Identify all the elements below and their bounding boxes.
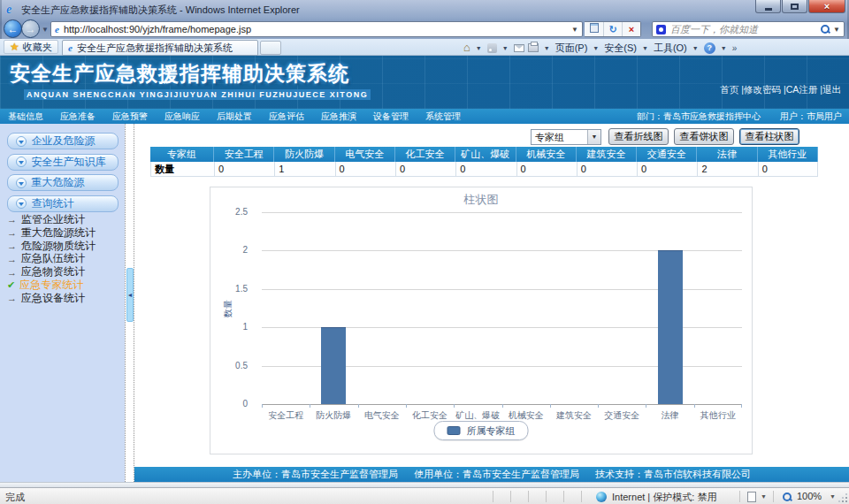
resize-grip-icon[interactable] <box>838 493 847 502</box>
print-dropdown-icon[interactable]: ▼ <box>544 45 550 51</box>
table-cell: 0 <box>516 162 577 177</box>
home-link[interactable]: 首页 <box>720 84 738 96</box>
search-magnifier-icon[interactable] <box>820 24 830 34</box>
footer-host-unit: 主办单位：青岛市安全生产监督管理局 <box>233 468 398 481</box>
expert-group-select[interactable]: 专家组 ▼ <box>531 129 601 145</box>
tab-row: ★ 收藏夹 e 安全生产应急救援指挥辅助决策系统 ⌂▼ ▼ ▼ 页面(P)▼ 安… <box>0 39 849 56</box>
minimize-button[interactable] <box>755 0 781 13</box>
chevron-down-circle-icon <box>16 157 27 167</box>
view-line-chart-button[interactable]: 查看折线图 <box>608 128 669 145</box>
chart-x-tick-mark <box>310 404 310 408</box>
zoom-level[interactable]: 100% <box>797 491 822 501</box>
help-icon[interactable]: ? <box>704 42 715 54</box>
search-box[interactable]: 百度一下，你就知道 ▼ <box>652 21 845 37</box>
sidebar-item-emergency-expert-stats[interactable]: ✔ 应急专家统计 <box>7 279 125 292</box>
page-menu-dropdown-icon[interactable]: ▼ <box>593 45 599 51</box>
chart-legend: 所属专家组 <box>434 421 529 440</box>
nav-item-emergency-prepare[interactable]: 应急准备 <box>60 111 96 123</box>
ca-register-link[interactable]: |CA注册 <box>784 84 817 96</box>
sidebar-group-label: 安全生产知识库 <box>32 155 106 170</box>
chart-y-tick-label: 1.5 <box>235 284 248 294</box>
page-menu[interactable]: 页面(P) <box>555 42 588 55</box>
maximize-icon <box>791 4 799 10</box>
zoom-dropdown-icon[interactable]: ▼ <box>761 493 767 500</box>
back-button[interactable]: ← <box>4 19 22 38</box>
table-header-cell: 电气安全 <box>335 147 395 162</box>
command-overflow-icon[interactable]: » <box>732 43 738 53</box>
chart-x-tick-mark <box>646 404 646 408</box>
chart-x-tick-mark <box>502 404 503 408</box>
sidebar-item-enterprise-stats[interactable]: → 监管企业统计 <box>7 213 125 226</box>
magnifier-icon[interactable] <box>782 492 792 502</box>
sidebar-item-major-hazard-stats[interactable]: → 重大危险源统计 <box>7 226 125 240</box>
nav-item-basic-info[interactable]: 基础信息 <box>8 111 43 123</box>
sidebar-group-query-statistics[interactable]: 查询统计 <box>7 195 119 212</box>
new-tab-button[interactable] <box>260 41 281 55</box>
sidebar-item-emergency-equipment-stats[interactable]: → 应急设备统计 <box>7 292 125 305</box>
sidebar-item-emergency-supplies-stats[interactable]: → 应急物资统计 <box>7 265 125 279</box>
nav-item-emergency-evaluation[interactable]: 应急评估 <box>269 111 304 123</box>
footer-user-unit: 使用单位：青岛市安全生产监督管理局 <box>414 468 579 481</box>
nav-item-emergency-warning[interactable]: 应急预警 <box>112 111 148 123</box>
view-bar-chart-button[interactable]: 查看柱状图 <box>739 128 799 145</box>
rss-icon[interactable] <box>487 43 497 53</box>
favorites-button[interactable]: ★ 收藏夹 <box>4 40 58 54</box>
page-zoom-icon[interactable] <box>747 492 756 502</box>
status-divider <box>528 491 529 502</box>
table-cell: 0 <box>455 162 516 177</box>
refresh-button[interactable]: ↻ <box>603 22 622 36</box>
arrow-right-icon: → <box>7 254 17 264</box>
browser-tab[interactable]: e 安全生产应急救援指挥辅助决策系统 <box>62 40 258 56</box>
table-header-cell: 交通安全 <box>637 147 697 162</box>
compatibility-view-button[interactable] <box>585 22 603 36</box>
expert-stats-table: 专家组 安全工程 防火防爆 电气安全 化工安全 矿山、爆破 机械安全 建筑安全 … <box>150 147 818 177</box>
read-mail-icon[interactable] <box>514 44 524 52</box>
sidebar-splitter: ◄ <box>125 124 134 482</box>
nav-item-equipment-management[interactable]: 设备管理 <box>373 111 409 123</box>
search-dropdown-icon[interactable]: ▼ <box>833 26 840 34</box>
arrow-right-icon: → <box>7 293 17 303</box>
search-placeholder[interactable]: 百度一下，你就知道 <box>670 23 820 36</box>
change-password-link[interactable]: |修改密码 <box>741 84 781 96</box>
zone-text[interactable]: Internet | 保护模式: 禁用 <box>612 491 716 504</box>
sidebar-group-label: 查询统计 <box>32 196 74 211</box>
zoom-level-dropdown-icon[interactable]: ▼ <box>830 493 836 500</box>
sidebar-item-emergency-team-stats[interactable]: → 应急队伍统计 <box>7 252 125 265</box>
sidebar-group-enterprise-hazard[interactable]: 企业及危险源 <box>7 133 119 149</box>
maximize-button[interactable] <box>782 0 807 13</box>
help-dropdown-icon[interactable]: ▼ <box>721 45 727 51</box>
view-pie-chart-button[interactable]: 查看饼状图 <box>674 128 734 145</box>
home-icon[interactable]: ⌂ <box>463 42 470 53</box>
nav-item-emergency-drill[interactable]: 应急推演 <box>321 111 356 123</box>
nav-item-emergency-response[interactable]: 应急响应 <box>164 111 200 123</box>
history-dropdown-icon[interactable]: ▼ <box>42 26 49 34</box>
table-row-label: 数量 <box>150 162 214 177</box>
sidebar-group-knowledge-base[interactable]: 安全生产知识库 <box>7 154 119 171</box>
rss-dropdown-icon[interactable]: ▼ <box>502 45 509 51</box>
sidebar-collapse-handle[interactable]: ◄ <box>126 268 134 322</box>
safety-menu[interactable]: 安全(S) <box>604 42 637 55</box>
print-icon[interactable] <box>528 43 539 52</box>
sidebar: 企业及危险源 安全生产知识库 重大危险源 查询统计 → 监管企业统计 → <box>0 124 125 482</box>
table-cell: 2 <box>697 162 757 177</box>
chevron-down-circle-icon <box>16 198 27 209</box>
tools-menu-dropdown-icon[interactable]: ▼ <box>692 45 699 51</box>
tools-menu[interactable]: 工具(O) <box>654 42 687 55</box>
nav-item-system-management[interactable]: 系统管理 <box>425 111 461 123</box>
safety-menu-dropdown-icon[interactable]: ▼ <box>642 45 648 51</box>
forward-button[interactable]: → <box>21 19 40 38</box>
address-dropdown-icon[interactable]: ▼ <box>571 26 578 34</box>
chart-y-tick-label: 1 <box>242 322 248 332</box>
logout-link[interactable]: |退出 <box>820 84 841 96</box>
home-dropdown-icon[interactable]: ▼ <box>476 45 482 51</box>
nav-item-post-disposal[interactable]: 后期处置 <box>217 111 252 123</box>
app-title: 安全生产应急救援指挥辅助决策系统 <box>10 60 349 88</box>
sidebar-group-major-hazard[interactable]: 重大危险源 <box>7 174 119 191</box>
stop-button[interactable]: × <box>622 22 640 36</box>
close-button[interactable]: × <box>808 0 845 13</box>
address-bar[interactable]: e http://localhost:90/yjzh/frame/homepag… <box>50 21 583 37</box>
table-header-cell: 专家组 <box>150 147 214 162</box>
chart-y-tick-label: 0.5 <box>235 361 248 370</box>
address-url[interactable]: http://localhost:90/yjzh/frame/homepage.… <box>64 24 571 34</box>
sidebar-item-hazard-material-stats[interactable]: → 危险源物质统计 <box>7 240 125 253</box>
